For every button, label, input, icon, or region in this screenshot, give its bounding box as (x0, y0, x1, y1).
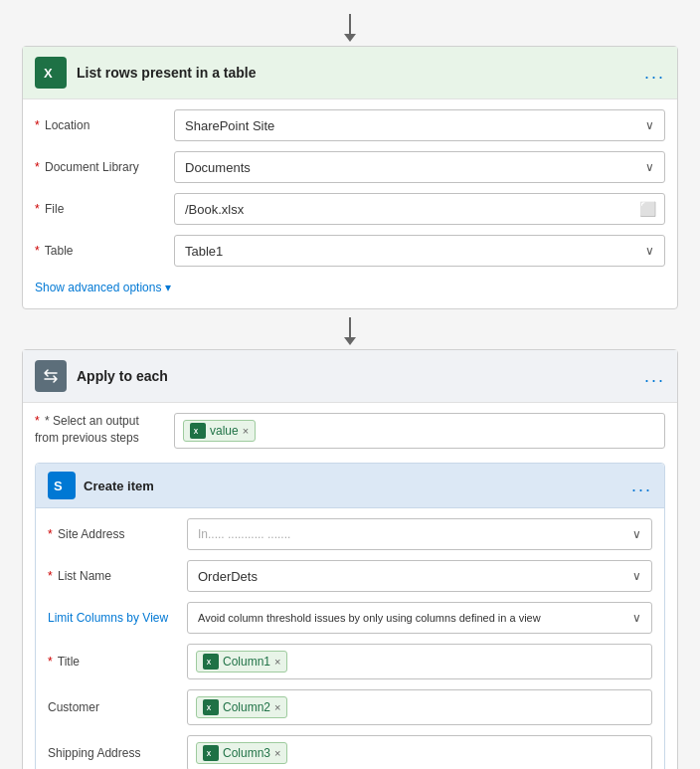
table-dropdown[interactable]: Table1 ∨ (174, 235, 665, 267)
list-name-arrow: ∨ (632, 569, 641, 583)
svg-text:X: X (207, 659, 212, 666)
list-rows-card-body: * Location SharePoint Site ∨ * Document … (23, 99, 677, 308)
list-name-row: * List Name OrderDets ∨ (48, 560, 652, 592)
document-library-dropdown[interactable]: Documents ∨ (174, 151, 665, 183)
list-rows-title: List rows present in a table (77, 65, 644, 81)
file-label: * File (35, 202, 174, 216)
select-output-label: * * Select an output from previous steps (35, 413, 174, 447)
chip-close-button[interactable]: × (243, 425, 249, 437)
column2-chip: X Column2 × (196, 696, 287, 718)
site-address-arrow: ∨ (632, 527, 641, 541)
create-item-header: S Create item ... (36, 464, 664, 508)
file-row: * File /Book.xlsx ⬜ (35, 193, 665, 225)
shipping-address-input[interactable]: X Column3 × (187, 735, 652, 769)
site-address-dropdown[interactable]: In..... ........... ....... ∨ (187, 518, 652, 550)
location-label: * Location (35, 118, 174, 132)
svg-text:X: X (44, 66, 53, 81)
show-advanced-options-link[interactable]: Show advanced options ▾ (35, 277, 665, 298)
title-input[interactable]: X Column1 × (187, 644, 652, 679)
sharepoint-icon: S (48, 472, 76, 499)
list-rows-menu[interactable]: ... (644, 63, 665, 84)
limit-columns-row: Limit Columns by View Avoid column thres… (48, 602, 652, 634)
customer-input[interactable]: X Column2 × (187, 689, 652, 725)
column1-excel-icon: X (203, 654, 219, 670)
apply-to-each-body: * * Select an output from previous steps… (23, 403, 677, 769)
location-dropdown[interactable]: SharePoint Site ∨ (174, 109, 665, 141)
top-arrow-connector (344, 14, 356, 42)
document-library-row: * Document Library Documents ∨ (35, 151, 665, 183)
column1-close-button[interactable]: × (274, 656, 280, 668)
column3-close-button[interactable]: × (274, 747, 280, 759)
apply-to-each-title: Apply to each (77, 368, 644, 384)
select-output-row: * * Select an output from previous steps… (35, 413, 665, 449)
file-picker-icon: ⬜ (639, 201, 656, 217)
apply-to-each-card: Apply to each ... * * Select an output f… (22, 349, 678, 769)
svg-rect-2 (41, 366, 61, 386)
site-address-row: * Site Address In..... ........... .....… (48, 518, 652, 550)
title-row: * Title X Column1 × (48, 644, 652, 679)
svg-text:X: X (207, 750, 212, 757)
apply-to-each-header: Apply to each ... (23, 350, 677, 403)
title-label: * Title (48, 655, 187, 669)
create-item-title: Create item (84, 479, 631, 493)
location-dropdown-arrow: ∨ (645, 118, 654, 132)
column2-excel-icon: X (203, 699, 219, 715)
chip-excel-icon: X (190, 423, 206, 439)
table-label: * Table (35, 244, 174, 258)
limit-columns-label: Limit Columns by View (48, 611, 187, 625)
file-input[interactable]: /Book.xlsx ⬜ (174, 193, 665, 225)
loop-icon (35, 360, 67, 392)
svg-text:S: S (54, 479, 63, 493)
column3-excel-icon: X (203, 745, 219, 761)
table-row: * Table Table1 ∨ (35, 235, 665, 267)
svg-text:X: X (207, 704, 212, 711)
limit-columns-dropdown[interactable]: Avoid column threshold issues by only us… (187, 602, 652, 634)
customer-label: Customer (48, 700, 187, 714)
list-rows-card: X List rows present in a table ... * Loc… (22, 46, 678, 309)
column1-chip: X Column1 × (196, 651, 287, 673)
location-row: * Location SharePoint Site ∨ (35, 109, 665, 141)
customer-row: Customer X Column2 × (48, 689, 652, 725)
limit-columns-arrow: ∨ (632, 611, 641, 625)
create-item-body: * Site Address In..... ........... .....… (36, 508, 664, 769)
create-item-menu[interactable]: ... (631, 476, 652, 496)
select-output-input[interactable]: X value × (174, 413, 665, 449)
doc-lib-dropdown-arrow: ∨ (645, 160, 654, 174)
list-name-label: * List Name (48, 569, 187, 583)
excel-icon: X (35, 57, 67, 89)
list-rows-card-header: X List rows present in a table ... (23, 47, 677, 99)
shipping-address-label: Shipping Address (48, 746, 187, 760)
table-dropdown-arrow: ∨ (645, 244, 654, 258)
svg-text:X: X (194, 428, 199, 435)
site-address-label: * Site Address (48, 527, 187, 541)
value-chip: X value × (183, 420, 256, 442)
middle-arrow-connector (344, 317, 356, 345)
site-address-value: In..... ........... ....... (198, 527, 290, 541)
column3-chip: X Column3 × (196, 742, 287, 764)
shipping-address-row: Shipping Address X Column3 × (48, 735, 652, 769)
create-item-card: S Create item ... * Site Address In.....… (35, 463, 665, 769)
document-library-label: * Document Library (35, 160, 174, 174)
column2-close-button[interactable]: × (274, 701, 280, 713)
apply-to-each-menu[interactable]: ... (644, 366, 665, 387)
list-name-dropdown[interactable]: OrderDets ∨ (187, 560, 652, 592)
